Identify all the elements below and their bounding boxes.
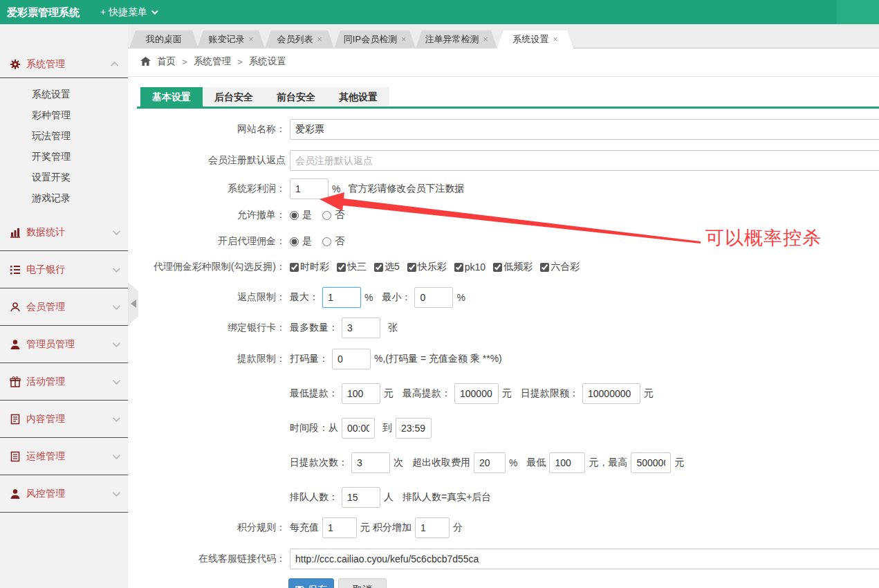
tab-close-icon[interactable]: ×: [483, 35, 488, 44]
fee-max-input[interactable]: [631, 452, 671, 473]
sidebar-item-draw-mgmt[interactable]: 开奖管理: [0, 146, 128, 167]
save-button[interactable]: 保存: [288, 578, 334, 588]
sidebar-item-system-settings[interactable]: 系统设置: [0, 84, 128, 104]
checkbox-dpc[interactable]: [493, 263, 502, 272]
quick-menu-label: + 快捷菜单: [100, 0, 147, 24]
cancel-button[interactable]: 取消: [338, 578, 387, 588]
sidebar-item-lottery-mgmt[interactable]: 彩种管理: [0, 104, 128, 125]
fee-min-input[interactable]: [549, 452, 585, 473]
tab-abnormal-bets[interactable]: 注单异常检测×: [416, 30, 497, 48]
allow-cancel-no-radio[interactable]: [322, 211, 331, 220]
time-to-input[interactable]: [396, 418, 432, 439]
withdraw-min-input[interactable]: [342, 383, 380, 404]
checkbox-ssc[interactable]: [290, 263, 299, 272]
subtab-basic-settings[interactable]: 基本设置: [140, 87, 203, 107]
checkbox-pk10[interactable]: [454, 263, 463, 272]
allow-cancel-yes-radio[interactable]: [290, 211, 299, 220]
points-per-input[interactable]: [322, 517, 357, 538]
sidebar-item-game-records[interactable]: 游戏记录: [0, 187, 128, 208]
form-row-queue: 排队人数： 人 排队人数=真实+后台: [140, 487, 491, 508]
points-label: 积分规则：: [140, 522, 286, 534]
form-row-withdraw-times: 日提款次数： 次 超出收取费用 % 最低 元，最高 元: [140, 452, 684, 473]
sidebar-group-members[interactable]: 会员管理: [0, 288, 128, 326]
tab-system-settings[interactable]: 系统设置×: [497, 30, 573, 48]
tab-close-icon[interactable]: ×: [317, 35, 322, 44]
breadcrumb-system-settings[interactable]: 系统设置: [249, 55, 286, 68]
sidebar-group-content[interactable]: 内容管理: [0, 401, 128, 438]
breadcrumb-system-mgmt[interactable]: 系统管理: [194, 55, 231, 68]
withdraw-times-input[interactable]: [351, 452, 390, 473]
tab-label: 系统设置: [512, 34, 548, 44]
form-row-site-name: 网站名称：: [140, 119, 879, 140]
checkbox-k3[interactable]: [337, 263, 346, 272]
checkbox-lhc-label: 六合彩: [550, 261, 580, 273]
excess-fee-unit: %: [509, 457, 517, 468]
commission-types-label: 代理佣金彩种限制(勾选反拥)：: [140, 261, 286, 273]
quick-menu-button[interactable]: + 快捷菜单: [100, 0, 156, 24]
form-row-allow-cancel: 允许撤单： 是 否: [140, 209, 351, 221]
kefu-input[interactable]: [290, 549, 879, 569]
agent-commission-yes-label: 是: [302, 235, 312, 248]
withdraw-max-input[interactable]: [454, 383, 499, 404]
sidebar-group-admins[interactable]: 管理员管理: [0, 326, 128, 363]
sidebar-group-system[interactable]: 系统管理: [0, 50, 128, 78]
sidebar-item-set-draw[interactable]: 设置开奖: [0, 167, 128, 187]
sys-profit-note: 官方彩请修改会员下注数据: [348, 183, 464, 195]
checkbox-k3-label: 快三: [347, 261, 367, 273]
bank-card-unit: 张: [388, 322, 398, 334]
tab-close-icon[interactable]: ×: [248, 35, 253, 44]
points-add-input[interactable]: [415, 517, 450, 538]
sys-profit-input[interactable]: [290, 178, 329, 199]
form-row-points: 积分规则： 每充值 元 积分增加 分: [140, 517, 463, 538]
sidebar-group-label: 运维管理: [26, 450, 113, 463]
agent-commission-no-radio[interactable]: [322, 237, 331, 246]
excess-fee-input[interactable]: [474, 452, 506, 473]
time-from-input[interactable]: [342, 418, 375, 439]
breadcrumb-home[interactable]: 首页: [157, 55, 176, 68]
sys-profit-unit: %: [332, 183, 340, 194]
sidebar-group-ops[interactable]: 运维管理: [0, 438, 128, 475]
sidebar-item-play-mgmt[interactable]: 玩法管理: [0, 125, 128, 146]
withdraw-min-unit: 元: [384, 387, 394, 400]
chevron-down-icon: [113, 227, 120, 235]
rebate-max-input[interactable]: [322, 287, 361, 308]
chevron-down-icon: [113, 339, 120, 347]
header-right-block[interactable]: [837, 0, 879, 24]
sidebar-collapse-handle[interactable]: [128, 282, 138, 325]
sidebar-group-statistics[interactable]: 数据统计: [0, 214, 128, 251]
queue-input[interactable]: [342, 487, 380, 508]
site-name-input[interactable]: [290, 119, 879, 140]
withdraw-times-unit: 次: [394, 457, 403, 469]
dama-label: 打码量：: [290, 353, 329, 365]
sidebar-group-label: 内容管理: [26, 413, 113, 425]
reg-rebate-input[interactable]: [290, 150, 879, 171]
reg-rebate-label: 会员注册默认返点: [140, 154, 286, 167]
tab-same-ip-check[interactable]: 同IP会员检测×: [334, 30, 416, 48]
rebate-min-input[interactable]: [414, 287, 453, 308]
checkbox-x5[interactable]: [374, 263, 383, 272]
subtab-backend-security[interactable]: 后台安全: [203, 87, 265, 107]
subtab-frontend-security[interactable]: 前台安全: [265, 87, 327, 107]
tab-member-list[interactable]: 会员列表×: [265, 30, 334, 48]
tab-close-icon[interactable]: ×: [401, 35, 406, 44]
form-row-commission-types: 代理佣金彩种限制(勾选反拥)： 时时彩 快三 选5 快乐彩 pk10 低频彩 六…: [140, 261, 584, 273]
subtab-other-settings[interactable]: 其他设置: [327, 87, 389, 107]
bank-card-qty-input[interactable]: [342, 318, 380, 338]
checkbox-klc[interactable]: [407, 263, 416, 272]
sidebar-group-activities[interactable]: 活动管理: [0, 363, 128, 401]
subtab-underline: [137, 107, 879, 109]
checkbox-lhc[interactable]: [540, 263, 549, 272]
list-icon: [10, 264, 21, 275]
dama-input[interactable]: [332, 349, 371, 369]
agent-commission-yes-radio[interactable]: [290, 237, 299, 246]
sidebar-group-ebank[interactable]: 电子银行: [0, 251, 128, 288]
sidebar-group-risk[interactable]: 风控管理: [0, 475, 128, 513]
tab-my-desktop[interactable]: 我的桌面: [129, 30, 198, 48]
tab-close-icon[interactable]: ×: [553, 35, 557, 44]
save-disk-icon: [295, 586, 304, 588]
withdraw-daily-input[interactable]: [582, 383, 640, 404]
tab-label: 注单异常检测: [425, 34, 479, 44]
withdraw-daily-unit: 元: [644, 387, 654, 400]
tab-account-changes[interactable]: 账变记录×: [197, 30, 265, 48]
time-to-label: 到: [382, 422, 392, 434]
